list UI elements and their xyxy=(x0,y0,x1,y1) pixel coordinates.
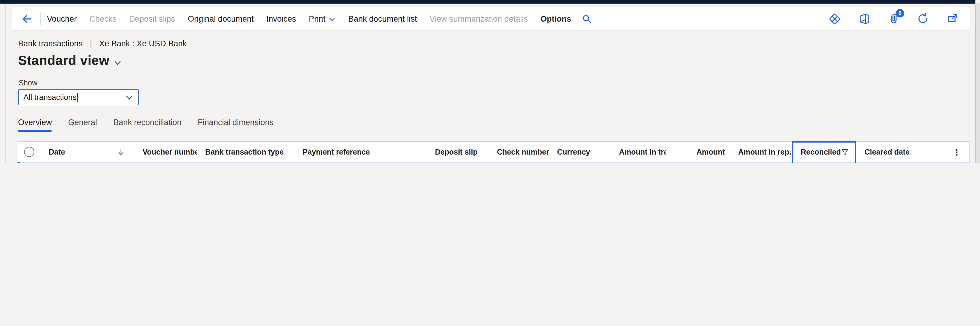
chevron-down-icon xyxy=(125,93,134,101)
combobox-chevron-button[interactable] xyxy=(125,93,134,101)
breadcrumb: Bank transactions | Xe Bank : Xe USD Ban… xyxy=(18,39,187,48)
chevron-down-icon xyxy=(328,16,336,23)
page-title: Standard view xyxy=(18,53,110,68)
column-header-payment-reference[interactable]: Payment reference xyxy=(294,148,426,156)
text-cursor xyxy=(77,93,78,102)
toolbar-right-icons: 0 xyxy=(828,12,959,25)
page-scrollbar[interactable] xyxy=(975,0,980,163)
toolbar-item-print[interactable]: Print xyxy=(309,14,336,23)
apps-diamond-icon[interactable] xyxy=(828,12,841,25)
column-header-cleared-date[interactable]: Cleared date xyxy=(856,148,951,156)
toolbar-item-original-document[interactable]: Original document xyxy=(188,14,254,23)
grid-header-row: DateVoucher numberBank transaction typeP… xyxy=(18,142,969,162)
chevron-down-icon xyxy=(114,59,121,67)
column-header-reconciled[interactable]: Reconciled xyxy=(792,148,856,156)
filter-funnel-icon[interactable] xyxy=(841,148,849,156)
sort-descending-icon xyxy=(117,148,124,156)
browser-top-strip xyxy=(0,0,980,3)
show-field-label: Show xyxy=(19,79,38,87)
search-icon xyxy=(582,14,592,24)
back-button[interactable] xyxy=(19,11,34,27)
column-header-currency[interactable]: Currency xyxy=(549,148,611,156)
tab-general[interactable]: General xyxy=(68,118,97,132)
select-all-checkbox[interactable] xyxy=(24,147,34,157)
open-in-new-window-icon[interactable] xyxy=(946,12,959,25)
refresh-icon[interactable] xyxy=(916,12,929,25)
search-button[interactable] xyxy=(582,14,592,24)
toolbar-items: VoucherChecksDeposit slipsOriginal docum… xyxy=(47,14,528,23)
attachments-icon[interactable]: 0 xyxy=(887,12,900,25)
attachments-count-badge: 0 xyxy=(896,9,904,17)
grid-body: 12/21/2024APPM002197us comp - inv2111-1U… xyxy=(18,162,969,163)
office-app-icon[interactable] xyxy=(857,12,870,25)
window-left-border xyxy=(5,3,6,163)
action-pane-toolbar: VoucherChecksDeposit slipsOriginal docum… xyxy=(12,7,970,30)
fasttab-strip: OverviewGeneralBank reconciliationFinanc… xyxy=(18,118,274,132)
view-selector[interactable]: Standard view xyxy=(18,53,121,68)
page-scrollbar-thumb[interactable] xyxy=(977,2,980,163)
bank-transactions-grid: DateVoucher numberBank transaction typeP… xyxy=(17,142,970,163)
back-arrow-icon xyxy=(21,13,32,24)
column-header-type[interactable]: Bank transaction type xyxy=(197,148,294,156)
column-header-amount-in-transit[interactable]: Amount in tra... xyxy=(611,148,666,156)
column-header-check-number[interactable]: Check number xyxy=(488,148,549,156)
breadcrumb-separator: | xyxy=(90,39,92,48)
tab-bank-reconciliation[interactable]: Bank reconciliation xyxy=(113,118,182,132)
breadcrumb-page-link[interactable]: Bank transactions xyxy=(18,39,83,48)
table-row[interactable]: 12/21/2024APPM002197us comp - inv2111-1U… xyxy=(18,162,969,163)
toolbar-item-checks: Checks xyxy=(89,14,116,23)
column-header-amount-in-reporting[interactable]: Amount in rep... xyxy=(730,148,792,156)
toolbar-item-deposit-slips: Deposit slips xyxy=(129,14,175,23)
options-button[interactable]: Options xyxy=(541,14,571,23)
toolbar-item-bank-document-list[interactable]: Bank document list xyxy=(348,14,417,23)
toolbar-item-invoices[interactable]: Invoices xyxy=(266,14,296,23)
column-header-amount[interactable]: Amount xyxy=(666,148,730,156)
toolbar-item-view-summarization-details: View summarization details xyxy=(430,14,528,23)
tab-overview[interactable]: Overview xyxy=(18,118,52,132)
column-header-date[interactable]: Date xyxy=(40,148,134,156)
breadcrumb-record-context: Xe Bank : Xe USD Bank xyxy=(99,39,187,48)
column-header-deposit-slip[interactable]: Deposit slip xyxy=(426,148,488,156)
show-combobox-value: All transactions xyxy=(24,93,76,102)
column-header-voucher[interactable]: Voucher number xyxy=(134,148,197,156)
grid-options-ellipsis-button[interactable]: ⋮ xyxy=(952,147,961,157)
tab-financial-dimensions[interactable]: Financial dimensions xyxy=(197,118,274,132)
toolbar-divider xyxy=(534,12,535,25)
toolbar-divider xyxy=(40,12,41,25)
toolbar-item-voucher[interactable]: Voucher xyxy=(47,14,77,23)
show-transactions-combobox[interactable]: All transactions xyxy=(18,89,139,105)
app-window: VoucherChecksDeposit slipsOriginal docum… xyxy=(0,0,980,163)
